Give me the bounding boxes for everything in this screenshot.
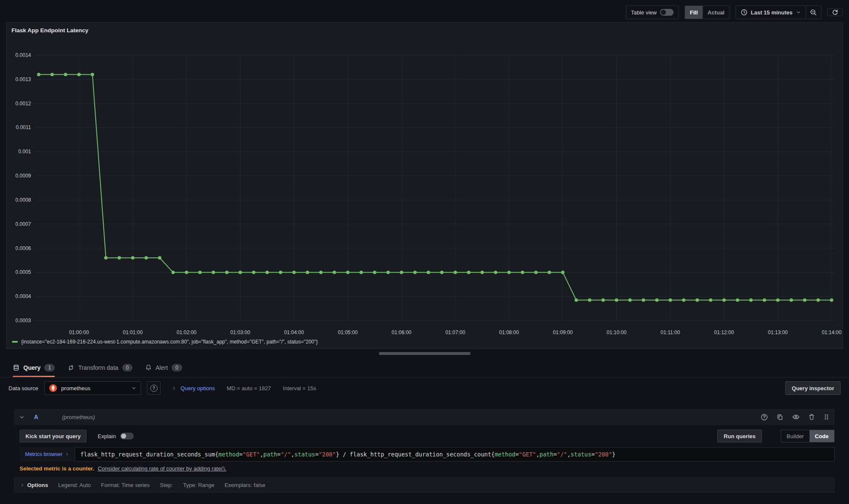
legend-label: {instance="ec2-184-169-216-224.us-west-1… [21, 339, 318, 345]
duplicate-icon[interactable] [776, 414, 784, 421]
query-row-header[interactable]: A (prometheus) [14, 409, 835, 425]
svg-text:01:03:00: 01:03:00 [230, 329, 250, 335]
options-format: Format: Time series [101, 482, 150, 488]
eye-icon[interactable] [792, 413, 800, 421]
run-queries-button[interactable]: Run queries [717, 430, 762, 442]
svg-text:01:05:00: 01:05:00 [338, 329, 358, 335]
chevron-right-icon [20, 483, 25, 487]
options-type: Type: Range [183, 482, 214, 488]
table-view-group: Table view [626, 6, 679, 19]
time-range-button[interactable]: Last 15 minutes [736, 6, 806, 19]
counter-warning: Selected metric is a counter. Consider c… [20, 465, 835, 472]
options-exemplars: Exemplars: false [225, 482, 265, 488]
svg-text:01:13:00: 01:13:00 [768, 329, 788, 335]
metrics-browser-button[interactable]: Metrics browser [20, 447, 75, 462]
chevron-down-icon [131, 386, 136, 391]
tab-transform-label: Transform data [78, 364, 118, 371]
tab-transform-count: 0 [122, 364, 133, 372]
collapse-chevron-icon[interactable] [19, 414, 25, 420]
chevron-right-icon [65, 452, 69, 456]
kick-start-query-button[interactable]: Kick start your query [20, 430, 87, 442]
svg-text:01:08:00: 01:08:00 [499, 329, 519, 335]
options-step: Step: [160, 482, 173, 488]
svg-text:01:12:00: 01:12:00 [714, 329, 734, 335]
svg-text:0.001: 0.001 [18, 149, 31, 155]
legend-swatch [12, 341, 18, 343]
query-datasource-name: (prometheus) [62, 414, 95, 420]
code-option[interactable]: Code [810, 430, 835, 442]
svg-text:0.0005: 0.0005 [15, 269, 31, 275]
editor-tabs: Query 1 Transform data 0 Alert 0 [0, 358, 849, 377]
svg-text:01:07:00: 01:07:00 [446, 329, 465, 335]
time-picker-group: Last 15 minutes [736, 6, 821, 19]
datasource-select[interactable]: prometheus [44, 381, 141, 395]
tab-alert[interactable]: Alert 0 [145, 358, 182, 377]
latency-chart[interactable]: 0.00140.00130.00120.00110.0010.00090.000… [6, 23, 843, 349]
time-range-label: Last 15 minutes [751, 9, 793, 16]
clock-icon [741, 9, 747, 16]
query-row-actions [761, 413, 829, 421]
options-legend: Legend: Auto [58, 482, 91, 488]
prometheus-icon [49, 384, 57, 392]
table-view-toggle[interactable] [660, 9, 674, 16]
tab-query[interactable]: Query 1 [13, 358, 55, 377]
explain-toggle-wrap: Explain [98, 433, 134, 439]
actual-button[interactable]: Actual [702, 6, 729, 19]
explain-toggle[interactable] [120, 433, 134, 439]
query-options-toggle[interactable]: Query options [172, 385, 215, 391]
svg-text:0.0013: 0.0013 [15, 76, 31, 82]
svg-text:0.0014: 0.0014 [15, 52, 31, 58]
zoom-out-button[interactable] [806, 6, 821, 19]
help-circle-icon[interactable] [761, 414, 768, 421]
query-inspector-button[interactable]: Query inspector [785, 381, 841, 395]
svg-text:01:10:00: 01:10:00 [606, 329, 626, 335]
svg-text:0.0006: 0.0006 [15, 245, 31, 251]
refresh-icon [832, 9, 838, 16]
horizontal-scrollbar[interactable] [379, 352, 471, 355]
svg-text:0.0012: 0.0012 [15, 101, 31, 107]
fill-button[interactable]: Fill [685, 6, 702, 19]
refresh-button[interactable] [827, 8, 843, 16]
table-view-label: Table view [631, 9, 657, 16]
chevron-down-icon [796, 10, 801, 15]
tab-transform-data[interactable]: Transform data 0 [68, 358, 133, 377]
transform-icon [68, 364, 74, 371]
query-options-label: Query options [181, 385, 215, 391]
query-editor-body: Kick start your query Explain Run querie… [0, 425, 849, 472]
svg-text:0.0003: 0.0003 [15, 318, 31, 324]
svg-text:0.0008: 0.0008 [15, 197, 31, 203]
svg-text:0.0009: 0.0009 [15, 173, 31, 179]
datasource-name: prometheus [61, 385, 90, 391]
svg-text:01:02:00: 01:02:00 [177, 329, 197, 335]
svg-text:01:04:00: 01:04:00 [284, 329, 304, 335]
svg-text:01:00:00: 01:00:00 [69, 329, 89, 335]
datasource-help-button[interactable]: ? [147, 381, 161, 395]
bell-icon [145, 364, 152, 371]
drag-handle-icon[interactable] [824, 414, 829, 420]
table-view-toggle-wrap: Table view [626, 6, 679, 19]
explain-label: Explain [98, 433, 116, 439]
svg-text:01:01:00: 01:01:00 [123, 329, 143, 335]
options-bar[interactable]: Options Legend: Auto Format: Time series… [14, 477, 835, 493]
tab-query-count: 1 [44, 364, 55, 372]
warning-rate-link[interactable]: Consider calculating rate of counter by … [98, 465, 226, 472]
help-icon: ? [150, 385, 158, 392]
panel-toolbar: Table view Fill Actual Last 15 minutes [0, 0, 849, 21]
legend-item[interactable]: {instance="ec2-184-169-216-224.us-west-1… [12, 339, 318, 345]
tab-alert-label: Alert [155, 364, 168, 371]
options-label: Options [27, 482, 48, 488]
svg-text:01:11:00: 01:11:00 [660, 329, 680, 335]
trash-icon[interactable] [808, 414, 815, 420]
interval: Interval = 15s [283, 385, 316, 391]
query-ref-id[interactable]: A [34, 414, 38, 420]
builder-option[interactable]: Builder [781, 430, 809, 442]
svg-text:0.0007: 0.0007 [15, 221, 31, 227]
tab-query-label: Query [23, 364, 40, 371]
svg-text:0.0004: 0.0004 [15, 293, 31, 299]
promql-query-input[interactable]: flask_http_request_duration_seconds_sum{… [75, 447, 835, 462]
builder-code-switch: Builder Code [781, 430, 835, 442]
svg-text:01:06:00: 01:06:00 [392, 329, 412, 335]
database-icon [13, 364, 20, 371]
datasource-row: Data source prometheus ? Query options M… [0, 377, 849, 398]
fill-actual-group: Fill Actual [685, 6, 730, 19]
